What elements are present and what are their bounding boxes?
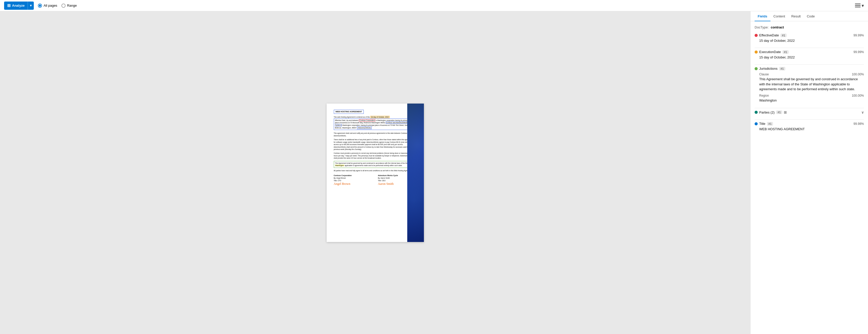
sig-left-cursive: Angel Brown bbox=[334, 182, 370, 186]
effective-date-confidence: 99.99% bbox=[854, 34, 864, 37]
doc-para5: All parties have read and fully agree to… bbox=[334, 169, 414, 172]
parties-dot bbox=[754, 111, 758, 114]
title-value: WEB HOSTING AGREEMENT bbox=[759, 127, 864, 131]
panel-tabs: Fields Content Result Code bbox=[750, 11, 868, 21]
doc-para4: This Agreement shall be governed by and … bbox=[334, 161, 414, 168]
execution-date-name: ExecutionDate bbox=[759, 50, 781, 54]
main-content: WEB HOSTING AGREEMENT This web Hosting A… bbox=[0, 11, 868, 334]
separator-3 bbox=[754, 108, 864, 108]
field-jurisdictions: Jurisdictions #1 Clause 100.00% This Agr… bbox=[754, 67, 864, 103]
jurisdictions-region-value: Washington bbox=[759, 98, 864, 103]
analyze-button[interactable]: ⊞ Analyze ▾ bbox=[4, 2, 34, 10]
parties-badge: #1 bbox=[776, 110, 782, 114]
page-range-options: All pages Range bbox=[38, 4, 77, 8]
range-label: Range bbox=[67, 4, 77, 7]
execution-date-value: 15 day of October, 2022 bbox=[759, 55, 864, 59]
sig-left-by: By: Angel Brown bbox=[334, 177, 370, 179]
jurisdictions-region-confidence: 100.00% bbox=[852, 94, 864, 98]
doc-blue-panel bbox=[407, 104, 424, 242]
doctype-value: contract bbox=[771, 25, 784, 29]
tab-content[interactable]: Content bbox=[771, 11, 788, 21]
svg-rect-2 bbox=[855, 7, 861, 7]
execution-date-confidence: 99.99% bbox=[854, 50, 864, 54]
tab-code[interactable]: Code bbox=[804, 11, 818, 21]
document-page: WEB HOSTING AGREEMENT This web Hosting A… bbox=[327, 104, 424, 242]
analyze-icon: ⊞ bbox=[7, 3, 10, 8]
svg-rect-1 bbox=[855, 5, 861, 6]
title-name: Title bbox=[759, 122, 765, 126]
separator-1 bbox=[754, 48, 864, 48]
layer-toggle[interactable]: ▾ bbox=[855, 3, 864, 8]
doc-title: WEB HOSTING AGREEMENT bbox=[334, 110, 364, 114]
document-viewer: WEB HOSTING AGREEMENT This web Hosting A… bbox=[0, 11, 750, 334]
jurisdictions-region-field: Region 100.00% Washington bbox=[759, 94, 864, 103]
signature-section: Contoso Corporation By: Angel Brown Titl… bbox=[334, 174, 414, 186]
title-dot bbox=[754, 122, 758, 126]
effective-date-badge: #1 bbox=[780, 34, 786, 37]
field-title-header: Title #1 99.98% bbox=[754, 122, 864, 126]
effective-date-dot bbox=[754, 34, 758, 37]
layer-chevron-icon: ▾ bbox=[862, 3, 864, 8]
jurisdictions-clause-value: This Agreement shall be governed by and … bbox=[759, 77, 864, 92]
doc-content: WEB HOSTING AGREEMENT This web Hosting A… bbox=[334, 110, 417, 186]
jurisdictions-clause-confidence: 100.00% bbox=[852, 73, 864, 76]
jurisdictions-badge: #1 bbox=[779, 67, 785, 71]
sig-left-company: Contoso Corporation bbox=[334, 174, 370, 177]
panel-body: DocType: contract EffectiveDate #1 99.99… bbox=[750, 21, 868, 334]
tab-result[interactable]: Result bbox=[788, 11, 804, 21]
effective-date-name: EffectiveDate bbox=[759, 33, 779, 37]
execution-date-badge: #1 bbox=[782, 50, 789, 54]
doc-para2: There shall be no additional fees of any… bbox=[334, 138, 414, 150]
svg-rect-0 bbox=[855, 4, 861, 4]
field-effective-date: EffectiveDate #1 99.99% 15 day of Octobe… bbox=[754, 33, 864, 43]
all-pages-option[interactable]: All pages bbox=[38, 4, 57, 8]
range-radio[interactable] bbox=[61, 4, 65, 8]
doc-para1: This agreement shall void and nullify an… bbox=[334, 132, 414, 137]
all-pages-label: All pages bbox=[43, 4, 57, 7]
chevron-down-icon: ▾ bbox=[30, 4, 32, 7]
toolbar: ⊞ Analyze ▾ All pages Range ▾ bbox=[0, 0, 868, 11]
field-parties-header: Parties (2) #1 ⊞ ∨ bbox=[754, 110, 864, 114]
jurisdictions-region-label: Region 100.00% bbox=[759, 94, 864, 98]
jurisdictions-clause-field: Clause 100.00% This Agreement shall be g… bbox=[759, 73, 864, 92]
sig-left: Contoso Corporation By: Angel Brown Titl… bbox=[334, 174, 370, 186]
parties-chevron-icon[interactable]: ∨ bbox=[861, 110, 864, 114]
analyze-label: Analyze bbox=[12, 4, 25, 7]
field-execution-date: ExecutionDate #1 99.99% 15 day of Octobe… bbox=[754, 50, 864, 59]
doctype-row: DocType: contract bbox=[754, 25, 864, 29]
field-title: Title #1 99.98% WEB HOSTING AGREEMENT bbox=[754, 122, 864, 131]
all-pages-radio[interactable] bbox=[38, 4, 42, 8]
field-execution-date-header: ExecutionDate #1 99.99% bbox=[754, 50, 864, 54]
sig-left-title: Title: CTO bbox=[334, 179, 370, 182]
execution-date-dot bbox=[754, 51, 758, 54]
effective-date-value: 15 day of October, 2022 bbox=[759, 39, 864, 43]
separator-4 bbox=[754, 119, 864, 120]
right-panel: Fields Content Result Code DocType: cont… bbox=[750, 11, 868, 334]
field-parties: Parties (2) #1 ⊞ ∨ bbox=[754, 110, 864, 114]
jurisdictions-clause-label: Clause 100.00% bbox=[759, 73, 864, 76]
field-effective-date-header: EffectiveDate #1 99.99% bbox=[754, 33, 864, 37]
doctype-label: DocType: bbox=[754, 25, 769, 29]
table-icon: ⊞ bbox=[784, 110, 787, 114]
parties-name: Parties (2) bbox=[759, 110, 775, 114]
tab-fields[interactable]: Fields bbox=[754, 11, 771, 21]
jurisdictions-dot bbox=[754, 67, 758, 70]
doc-intro-section: This web Hosting Agreement is entered as… bbox=[334, 116, 414, 131]
jurisdictions-name: Jurisdictions bbox=[759, 67, 778, 71]
toolbar-right: ▾ bbox=[855, 3, 864, 8]
field-jurisdictions-header: Jurisdictions #1 bbox=[754, 67, 864, 71]
analyze-dropdown-arrow[interactable]: ▾ bbox=[28, 2, 34, 10]
range-option[interactable]: Range bbox=[61, 4, 77, 8]
title-confidence: 99.98% bbox=[854, 122, 864, 126]
title-badge: #1 bbox=[767, 122, 773, 126]
doc-para3: Contoso must provide a person(s) to corr… bbox=[334, 152, 414, 159]
